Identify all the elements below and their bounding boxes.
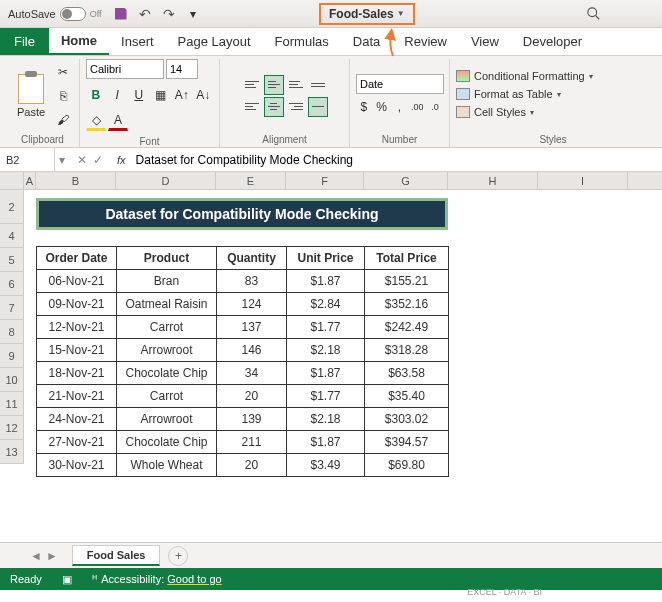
th-unit-price[interactable]: Unit Price: [287, 247, 365, 270]
table-cell[interactable]: $242.49: [365, 316, 449, 339]
decrease-decimal-button[interactable]: .0: [427, 97, 443, 117]
table-cell[interactable]: $155.21: [365, 270, 449, 293]
table-cell[interactable]: Bran: [117, 270, 217, 293]
name-box[interactable]: B2: [0, 148, 55, 171]
row-header[interactable]: 6: [0, 272, 24, 296]
table-cell[interactable]: 34: [217, 362, 287, 385]
table-cell[interactable]: 21-Nov-21: [37, 385, 117, 408]
toggle-switch[interactable]: [60, 7, 86, 21]
tab-page-layout[interactable]: Page Layout: [166, 28, 263, 55]
table-cell[interactable]: $1.87: [287, 362, 365, 385]
currency-button[interactable]: $: [356, 97, 372, 117]
cancel-formula-icon[interactable]: ✕: [77, 153, 87, 167]
table-cell[interactable]: Oatmeal Raisin: [117, 293, 217, 316]
table-cell[interactable]: $1.77: [287, 385, 365, 408]
table-cell[interactable]: $69.80: [365, 454, 449, 477]
worksheet[interactable]: A B D E F G H I 2 4 5 6 7 8 9 10 11 12 1…: [0, 172, 662, 542]
table-cell[interactable]: 18-Nov-21: [37, 362, 117, 385]
table-cell[interactable]: $63.58: [365, 362, 449, 385]
conditional-formatting-button[interactable]: Conditional Formatting▾: [456, 70, 593, 82]
table-cell[interactable]: 27-Nov-21: [37, 431, 117, 454]
col-header[interactable]: E: [216, 172, 286, 189]
row-header[interactable]: 8: [0, 320, 24, 344]
qat-dropdown-icon[interactable]: ▾: [186, 7, 200, 21]
align-center-button[interactable]: [264, 97, 284, 117]
align-left-button[interactable]: [242, 97, 262, 117]
new-sheet-button[interactable]: +: [168, 546, 188, 566]
align-bottom-button[interactable]: [286, 75, 306, 95]
table-cell[interactable]: $303.02: [365, 408, 449, 431]
table-cell[interactable]: 30-Nov-21: [37, 454, 117, 477]
italic-button[interactable]: I: [108, 85, 128, 105]
next-sheet-icon[interactable]: ►: [46, 549, 58, 563]
row-header[interactable]: 10: [0, 368, 24, 392]
table-cell[interactable]: $1.87: [287, 270, 365, 293]
tab-formulas[interactable]: Formulas: [263, 28, 341, 55]
increase-decimal-button[interactable]: .00: [409, 97, 425, 117]
table-cell[interactable]: 137: [217, 316, 287, 339]
col-header[interactable]: F: [286, 172, 364, 189]
row-header[interactable]: 7: [0, 296, 24, 320]
table-cell[interactable]: 15-Nov-21: [37, 339, 117, 362]
font-size-select[interactable]: [166, 59, 198, 79]
filename-dropdown[interactable]: Food-Sales ▼: [319, 3, 415, 25]
table-cell[interactable]: 146: [217, 339, 287, 362]
col-header[interactable]: A: [24, 172, 36, 189]
fill-color-button[interactable]: ◇: [86, 111, 106, 131]
prev-sheet-icon[interactable]: ◄: [30, 549, 42, 563]
title-cell[interactable]: Dataset for Compatibility Mode Checking: [36, 198, 448, 230]
table-cell[interactable]: $2.18: [287, 408, 365, 431]
tab-developer[interactable]: Developer: [511, 28, 594, 55]
row-header[interactable]: 5: [0, 248, 24, 272]
col-header[interactable]: I: [538, 172, 628, 189]
paste-button[interactable]: Paste: [12, 74, 50, 118]
table-cell[interactable]: 211: [217, 431, 287, 454]
table-cell[interactable]: Carrot: [117, 316, 217, 339]
enter-formula-icon[interactable]: ✓: [93, 153, 103, 167]
table-cell[interactable]: 12-Nov-21: [37, 316, 117, 339]
tab-data[interactable]: Data: [341, 28, 392, 55]
th-total-price[interactable]: Total Price: [365, 247, 449, 270]
table-cell[interactable]: Whole Wheat: [117, 454, 217, 477]
table-cell[interactable]: 09-Nov-21: [37, 293, 117, 316]
percent-button[interactable]: %: [374, 97, 390, 117]
row-header[interactable]: 2: [0, 190, 24, 224]
th-order-date[interactable]: Order Date: [37, 247, 117, 270]
border-button[interactable]: ▦: [151, 85, 171, 105]
tab-insert[interactable]: Insert: [109, 28, 166, 55]
tab-view[interactable]: View: [459, 28, 511, 55]
comma-button[interactable]: ,: [392, 97, 408, 117]
table-cell[interactable]: $2.84: [287, 293, 365, 316]
table-cell[interactable]: Chocolate Chip: [117, 362, 217, 385]
bold-button[interactable]: B: [86, 85, 106, 105]
table-cell[interactable]: Arrowroot: [117, 408, 217, 431]
col-header[interactable]: D: [116, 172, 216, 189]
accessibility-status[interactable]: ᴴ Accessibility: Good to go: [92, 573, 222, 586]
col-header[interactable]: G: [364, 172, 448, 189]
table-cell[interactable]: $1.87: [287, 431, 365, 454]
number-format-select[interactable]: [356, 74, 444, 94]
align-middle-button[interactable]: [264, 75, 284, 95]
underline-button[interactable]: U: [129, 85, 149, 105]
search-button[interactable]: [534, 7, 654, 21]
table-cell[interactable]: Carrot: [117, 385, 217, 408]
fx-icon[interactable]: fx: [111, 154, 132, 166]
table-cell[interactable]: $318.28: [365, 339, 449, 362]
row-header[interactable]: 12: [0, 416, 24, 440]
file-tab[interactable]: File: [0, 28, 49, 55]
undo-icon[interactable]: ↶: [138, 7, 152, 21]
redo-icon[interactable]: ↷: [162, 7, 176, 21]
align-top-button[interactable]: [242, 75, 262, 95]
format-as-table-button[interactable]: Format as Table▾: [456, 88, 561, 100]
table-cell[interactable]: $35.40: [365, 385, 449, 408]
table-cell[interactable]: Chocolate Chip: [117, 431, 217, 454]
table-cell[interactable]: $394.57: [365, 431, 449, 454]
table-cell[interactable]: $2.18: [287, 339, 365, 362]
increase-font-button[interactable]: A↑: [172, 85, 192, 105]
col-header[interactable]: H: [448, 172, 538, 189]
save-icon[interactable]: [114, 7, 128, 21]
row-header[interactable]: 11: [0, 392, 24, 416]
table-cell[interactable]: 139: [217, 408, 287, 431]
table-cell[interactable]: Arrowroot: [117, 339, 217, 362]
table-cell[interactable]: 06-Nov-21: [37, 270, 117, 293]
